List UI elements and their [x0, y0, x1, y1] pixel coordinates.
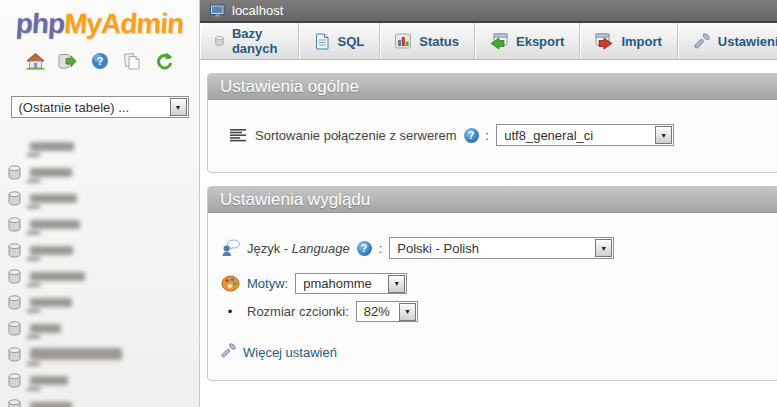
help-icon[interactable]: ?: [357, 241, 372, 256]
separator: :: [486, 128, 490, 143]
server-bar: localhost: [200, 0, 777, 23]
chevron-down-icon[interactable]: ▼: [399, 303, 416, 321]
collation-row: Sortowanie połączenie z serwerem ? : utf…: [228, 124, 771, 146]
export-icon: [490, 33, 508, 50]
phpmyadmin-logo[interactable]: phpMyAdmin: [0, 8, 200, 40]
tab-export[interactable]: Eksport: [475, 23, 580, 59]
collation-select[interactable]: utf8_general_ci ▼: [496, 124, 674, 146]
redacted-db-name: [30, 402, 72, 407]
db-list-item[interactable]: [8, 315, 199, 341]
section-title: Ustawienia wyglądu: [208, 187, 777, 213]
font-size-value: 82%: [357, 304, 397, 319]
refresh-icon[interactable]: [154, 52, 173, 70]
language-select[interactable]: Polski - Polish ▼: [389, 237, 614, 259]
db-list-item[interactable]: [8, 133, 199, 159]
import-icon: [595, 33, 613, 50]
language-row: Język - Language ? : Polski - Polish ▼: [220, 237, 771, 259]
more-settings-label: Więcej ustawień: [243, 345, 337, 360]
palette-icon: [220, 275, 240, 292]
database-icon: [8, 321, 21, 336]
tab-label: Import: [621, 34, 661, 49]
database-icon: [8, 399, 21, 407]
language-label: Język - Language: [247, 241, 350, 256]
redacted-db-name: [30, 376, 68, 385]
help-icon[interactable]: ?: [90, 52, 109, 70]
redacted-db-name: [30, 324, 61, 333]
db-list-item[interactable]: [8, 263, 199, 289]
bullet-marker: •: [220, 304, 240, 319]
db-list-item[interactable]: [8, 211, 199, 237]
wrench-icon: [693, 33, 710, 50]
logout-icon[interactable]: [58, 52, 77, 70]
redacted-db-name: [30, 298, 72, 307]
collation-value: utf8_general_ci: [497, 128, 600, 143]
theme-label[interactable]: Motyw:: [247, 276, 288, 291]
redacted-db-name: [30, 168, 72, 177]
database-icon: [8, 373, 21, 388]
section-appearance-settings: Ustawienia wyglądu Język - Language ? :: [207, 186, 777, 381]
tab-import[interactable]: Import: [580, 23, 677, 59]
chevron-down-icon[interactable]: ▼: [595, 239, 612, 257]
database-list: [0, 133, 199, 407]
redacted-db-name: [30, 246, 73, 255]
tab-label: Bazy danych: [232, 26, 283, 56]
main-panel: localhost Bazy danych SQL: [200, 0, 777, 407]
recent-tables-value: (Ostatnie tabele) ...: [12, 100, 137, 115]
sort-lines-icon: [228, 128, 248, 143]
svg-text:?: ?: [96, 55, 103, 67]
font-size-select[interactable]: 82% ▼: [356, 301, 418, 322]
logo-php: php: [15, 8, 65, 39]
status-chart-icon: [395, 33, 411, 49]
tab-settings[interactable]: Ustawienia: [678, 23, 777, 59]
tab-label: SQL: [338, 34, 365, 49]
settings-content: Ustawienia ogólne Sortowanie połączenie …: [200, 60, 777, 381]
theme-select[interactable]: pmahomme ▼: [295, 273, 407, 294]
font-size-label: Rozmiar czcionki:: [247, 304, 349, 319]
redacted-db-name: [30, 194, 77, 203]
database-icon: [8, 243, 21, 258]
more-settings-link[interactable]: Więcej ustawień: [220, 343, 771, 362]
tab-databases[interactable]: Bazy danych: [200, 23, 299, 59]
chevron-down-icon[interactable]: ▼: [170, 98, 187, 116]
chevron-down-icon[interactable]: ▼: [388, 275, 405, 293]
tab-label: Status: [419, 34, 459, 49]
tab-label: Eksport: [516, 34, 564, 49]
chevron-down-icon[interactable]: ▼: [655, 126, 672, 144]
database-icon: [8, 191, 21, 206]
theme-row: Motyw: pmahomme ▼: [220, 273, 771, 294]
home-icon[interactable]: [26, 52, 45, 70]
db-list-item[interactable]: [8, 237, 199, 263]
redacted-db-name: [30, 142, 74, 151]
section-general-settings: Ustawienia ogólne Sortowanie połączenie …: [207, 73, 777, 173]
server-host: localhost: [232, 3, 283, 18]
db-list-item[interactable]: [8, 393, 199, 407]
separator: :: [379, 241, 383, 256]
help-icon[interactable]: ?: [464, 128, 479, 143]
sql-page-icon: [314, 33, 330, 50]
wrench-icon: [220, 343, 236, 362]
database-icon: [8, 165, 21, 180]
database-icon: [8, 269, 21, 284]
tab-status[interactable]: Status: [380, 23, 475, 59]
database-icon: [8, 347, 21, 362]
db-list-item[interactable]: [8, 159, 199, 185]
language-icon: [220, 239, 240, 257]
db-list-item[interactable]: [8, 289, 199, 315]
recent-tables-select[interactable]: (Ostatnie tabele) ... ▼: [11, 96, 189, 118]
tab-sql[interactable]: SQL: [299, 23, 381, 59]
docs-icon[interactable]: [122, 52, 141, 70]
server-icon: [210, 4, 225, 18]
language-value: Polski - Polish: [390, 241, 486, 256]
db-list-item[interactable]: [8, 367, 199, 393]
tab-label: Ustawienia: [718, 34, 777, 49]
logo-myadmin: MyAdmin: [63, 8, 184, 39]
database-icon: [8, 217, 21, 232]
collation-label: Sortowanie połączenie z serwerem: [255, 128, 457, 143]
sidebar-toolbar: ?: [0, 52, 199, 70]
redacted-db-name: [30, 220, 80, 229]
db-list-item[interactable]: [8, 341, 199, 367]
database-icon: [215, 33, 224, 49]
redacted-db-name: [30, 272, 85, 281]
tab-bar: Bazy danych SQL Status: [200, 23, 777, 60]
db-list-item[interactable]: [8, 185, 199, 211]
